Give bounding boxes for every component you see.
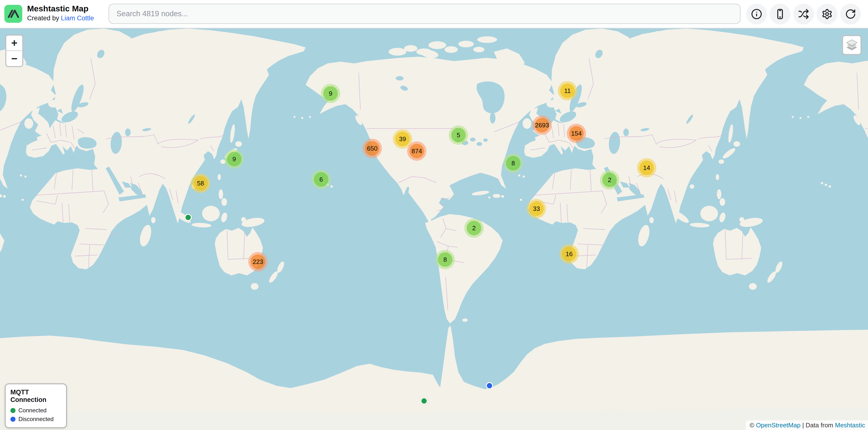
cluster-count: 14 [640,161,654,175]
meshtastic-logo-icon [4,5,22,23]
zoom-in-button[interactable]: + [6,36,22,51]
cluster-marker[interactable]: 650 [363,139,382,158]
cluster-count: 874 [409,144,424,158]
cluster-marker[interactable]: 5 [449,125,468,145]
legend-title: MQTT Connection [10,389,61,404]
cluster-marker[interactable]: 154 [567,124,586,143]
cluster-marker[interactable]: 6 [311,170,331,189]
cluster-count: 8 [438,252,453,267]
connected-dot-icon [10,408,16,413]
byline-prefix: Created by [27,14,61,22]
map-canvas[interactable] [0,29,868,430]
cluster-count: 6 [314,172,329,187]
node-marker-disconnected[interactable] [486,382,493,389]
cluster-count: 2693 [535,118,549,132]
cluster-count: 11 [560,84,575,98]
cluster-count: 2 [467,221,481,235]
node-marker-connected[interactable] [421,397,428,405]
cluster-count: 58 [193,176,208,191]
smartphone-icon [775,8,786,20]
cluster-marker[interactable]: 9 [321,84,340,103]
refresh-button[interactable] [840,4,861,25]
cluster-marker[interactable]: 11 [558,81,577,100]
legend-row-disconnected: Disconnected [10,416,61,423]
info-button[interactable] [746,4,767,25]
shuffle-icon [798,8,809,20]
info-icon [751,8,762,20]
disconnected-dot-icon [10,417,16,422]
gear-icon [822,8,833,20]
meshtastic-link[interactable]: Meshtastic [835,422,865,429]
node-marker-connected[interactable] [185,214,192,221]
mqtt-legend: MQTT Connection Connected Disconnected [5,384,67,428]
cluster-count: 2 [602,173,617,187]
cluster-count: 8 [506,156,521,170]
world-map [0,29,868,430]
cluster-marker[interactable]: 14 [637,158,656,177]
cluster-marker[interactable]: 223 [248,252,268,271]
cluster-count: 39 [395,132,410,146]
layers-icon [845,39,858,51]
cluster-marker[interactable]: 874 [407,141,427,161]
cluster-count: 650 [365,141,379,156]
zoom-out-button[interactable]: − [6,51,22,66]
cluster-count: 5 [451,128,466,142]
attribution-separator: | Data from [800,422,835,429]
cluster-marker[interactable]: 8 [435,250,455,269]
cluster-marker[interactable]: 2 [464,219,484,238]
cluster-marker[interactable]: 58 [191,174,210,193]
map-attribution: © OpenStreetMap | Data from Meshtastic [746,420,868,430]
cluster-count: 16 [562,247,577,261]
byline: Created by Liam Cottle [27,13,94,23]
search-input[interactable] [108,4,741,24]
random-node-button[interactable] [793,4,814,25]
cluster-marker[interactable]: 33 [527,199,546,219]
zoom-control: + − [5,35,23,67]
cluster-marker[interactable]: 2 [600,170,619,190]
author-link[interactable]: Liam Cottle [61,14,94,22]
refresh-icon [845,8,856,20]
legend-label: Disconnected [19,416,54,423]
cluster-count: 223 [251,255,265,269]
cluster-marker[interactable]: 2693 [532,115,552,135]
legend-label: Connected [19,407,46,414]
cluster-count: 9 [227,152,242,166]
page-title: Meshtastic Map [27,3,94,13]
layers-control[interactable] [842,35,862,55]
cluster-count: 9 [323,86,338,101]
legend-row-connected: Connected [10,407,61,414]
cluster-count: 33 [529,201,544,216]
cluster-marker[interactable]: 9 [224,150,244,169]
osm-link[interactable]: OpenStreetMap [756,422,801,429]
cluster-marker[interactable]: 16 [559,244,579,264]
settings-button[interactable] [817,4,837,25]
cluster-marker[interactable]: 8 [503,154,523,173]
app-header: Meshtastic Map Created by Liam Cottle [0,0,868,29]
mobile-app-button[interactable] [770,4,790,25]
cluster-count: 154 [569,126,584,141]
copyright-text: © [750,422,756,429]
